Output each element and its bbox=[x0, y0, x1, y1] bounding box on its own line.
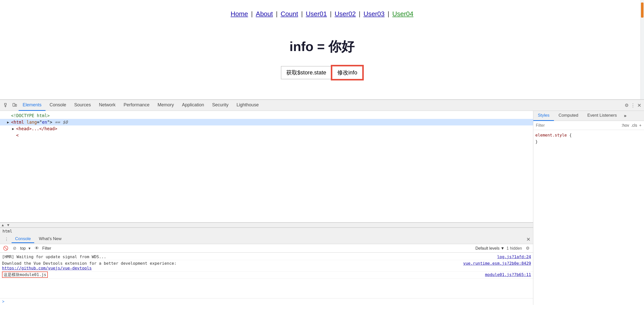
console-panel: ⋮ Console What's New ✕ 🚫 ⊘ top ▼ 👁 Filte… bbox=[0, 235, 533, 305]
console-context-label: top bbox=[20, 246, 26, 251]
nav-sep-1: | bbox=[251, 10, 253, 18]
console-clear-icon[interactable]: 🚫 bbox=[2, 245, 9, 252]
dom-head-row[interactable]: ▶ <head>...</head> bbox=[0, 125, 533, 132]
devtools-left-panel: <!DOCTYPE html> ▶ <html lang="en"> == $0… bbox=[0, 111, 533, 305]
nav-link-count[interactable]: Count bbox=[281, 10, 298, 18]
console-filter-bar: 🚫 ⊘ top ▼ 👁 Filter Default levels ▼ 1 hi… bbox=[0, 244, 533, 253]
tab-performance[interactable]: Performance bbox=[119, 100, 153, 111]
console-tab-whatsnew[interactable]: What's New bbox=[35, 235, 65, 243]
elements-breadcrumb: html bbox=[0, 228, 533, 235]
nav-sep-2: | bbox=[276, 10, 278, 18]
console-vue-link[interactable]: vue.runtime.esm.js?2b0e:8429 bbox=[463, 261, 531, 266]
console-input-row: > bbox=[0, 298, 533, 305]
console-hidden-count: 1 hidden bbox=[507, 246, 522, 251]
default-levels-text: Default levels bbox=[475, 246, 500, 251]
console-messages: [HMR] Waiting for update signal from WDS… bbox=[0, 253, 533, 298]
scrollbar-thumb[interactable] bbox=[641, 3, 643, 18]
styles-tab-styles[interactable]: Styles bbox=[533, 111, 554, 121]
get-store-state-button[interactable]: 获取$store.state bbox=[281, 66, 332, 79]
tab-sources[interactable]: Sources bbox=[70, 100, 95, 111]
console-hmr-text: [HMR] Waiting for update signal from WDS… bbox=[2, 254, 495, 259]
svg-rect-0 bbox=[5, 103, 6, 105]
devtools-more-icon[interactable]: ⋮ bbox=[631, 103, 635, 108]
styles-cls-button[interactable]: .cls bbox=[631, 123, 637, 128]
tab-lighthouse[interactable]: Lighthouse bbox=[232, 100, 263, 111]
console-row-hmr: [HMR] Waiting for update signal from WDS… bbox=[0, 254, 533, 260]
buttons-area: 获取$store.state 修改info bbox=[281, 66, 363, 80]
tab-console[interactable]: Console bbox=[46, 100, 70, 111]
svg-rect-4 bbox=[15, 104, 17, 106]
breadcrumb-html[interactable]: html bbox=[3, 229, 12, 234]
dollar-zero: == $0 bbox=[52, 120, 68, 125]
modify-info-button[interactable]: 修改info bbox=[332, 66, 363, 80]
dom-html-row[interactable]: ▶ <html lang="en"> == $0 bbox=[0, 119, 533, 125]
elements-panel: <!DOCTYPE html> ▶ <html lang="en"> == $0… bbox=[0, 111, 533, 222]
console-hmr-link[interactable]: log.js?1afd:24 bbox=[497, 254, 531, 259]
nav-link-about[interactable]: About bbox=[256, 10, 273, 18]
nav-link-user03[interactable]: User03 bbox=[364, 10, 385, 18]
tab-memory[interactable]: Memory bbox=[153, 100, 178, 111]
styles-filter-bar: :hov .cls + bbox=[533, 121, 644, 130]
page-viewport: Home | About | Count | User01 | User02 |… bbox=[0, 0, 644, 99]
html-tag-open: < bbox=[11, 120, 14, 125]
nav-sep-6: | bbox=[388, 10, 389, 18]
styles-tab-more-icon[interactable]: » bbox=[621, 113, 629, 118]
console-prompt-icon: > bbox=[2, 299, 4, 304]
dom-body-partial-row[interactable]: < bbox=[0, 132, 533, 139]
devtools-right-panel: Styles Computed Event Listeners » :hov .… bbox=[533, 111, 644, 305]
style-selector-text: element.style bbox=[535, 133, 567, 138]
body-tag-partial: < bbox=[16, 133, 19, 138]
styles-filter-input[interactable] bbox=[536, 123, 619, 128]
console-vue-link-text[interactable]: https://github.com/vuejs/vue-devtools bbox=[2, 266, 461, 271]
row-arrow-head: ▶ bbox=[12, 127, 16, 131]
devtools-toolbar: Elements Console Sources Network Perform… bbox=[0, 100, 644, 111]
console-close-icon[interactable]: ✕ bbox=[526, 236, 531, 242]
nav-link-user02[interactable]: User02 bbox=[335, 10, 356, 18]
styles-tab-event-listeners[interactable]: Event Listeners bbox=[583, 111, 621, 121]
devtools-close-icon[interactable]: ✕ bbox=[637, 102, 641, 108]
nav-bar: Home | About | Count | User01 | User02 |… bbox=[231, 10, 414, 18]
style-open-brace: { bbox=[569, 133, 572, 138]
console-filter-label: Filter bbox=[42, 246, 51, 251]
console-settings-icon[interactable]: ⚙ bbox=[524, 245, 531, 252]
inspect-element-icon[interactable] bbox=[3, 101, 11, 109]
tab-elements[interactable]: Elements bbox=[19, 100, 46, 111]
style-rule-element: element.style { } bbox=[535, 132, 642, 145]
style-close-brace: } bbox=[535, 139, 538, 144]
styles-content: element.style { } bbox=[533, 130, 644, 305]
tab-security[interactable]: Security bbox=[208, 100, 232, 111]
console-menu-icon[interactable]: ⋮ bbox=[3, 235, 11, 243]
device-toolbar-icon[interactable] bbox=[11, 101, 19, 109]
page-scrollbar[interactable] bbox=[640, 0, 644, 99]
styles-tab-computed[interactable]: Computed bbox=[554, 111, 583, 121]
console-default-levels[interactable]: Default levels ▼ bbox=[475, 246, 505, 251]
scroll-up-icon[interactable]: ▲ bbox=[0, 223, 6, 227]
nav-sep-4: | bbox=[330, 10, 332, 18]
styles-tabs: Styles Computed Event Listeners » bbox=[533, 111, 644, 121]
nav-link-user04[interactable]: User04 bbox=[392, 10, 413, 18]
scroll-down-icon[interactable]: ▼ bbox=[6, 223, 11, 227]
nav-sep-3: | bbox=[301, 10, 303, 18]
console-tab-console[interactable]: Console bbox=[12, 235, 34, 243]
styles-filter-right: :hov .cls + bbox=[621, 123, 641, 128]
doctype-text: <!DOCTYPE html> bbox=[11, 113, 50, 118]
styles-add-button[interactable]: + bbox=[639, 123, 641, 128]
nav-link-user01[interactable]: User01 bbox=[306, 10, 327, 18]
devtools-panel: Elements Console Sources Network Perform… bbox=[0, 99, 644, 305]
tab-application[interactable]: Application bbox=[178, 100, 208, 111]
console-eye-icon[interactable]: 👁 bbox=[33, 245, 40, 252]
devtools-settings-icon[interactable]: ⚙ bbox=[625, 103, 629, 108]
levels-dropdown-arrow: ▼ bbox=[501, 246, 505, 251]
nav-sep-5: | bbox=[359, 10, 360, 18]
dom-doctype-row[interactable]: <!DOCTYPE html> bbox=[0, 112, 533, 119]
row-arrow-html: ▶ bbox=[7, 120, 11, 124]
console-block-icon[interactable]: ⊘ bbox=[11, 245, 18, 252]
console-context-dropdown-icon[interactable]: ▼ bbox=[28, 246, 31, 250]
head-tag: <head>...</head> bbox=[16, 126, 57, 131]
tab-network[interactable]: Network bbox=[95, 100, 119, 111]
console-input[interactable] bbox=[6, 299, 531, 304]
nav-link-home[interactable]: Home bbox=[231, 10, 248, 18]
console-module-link[interactable]: module01.js?7b65:11 bbox=[485, 272, 531, 277]
styles-hov-button[interactable]: :hov bbox=[621, 123, 629, 128]
console-module-highlight: 这是模块module01.js bbox=[2, 272, 48, 278]
